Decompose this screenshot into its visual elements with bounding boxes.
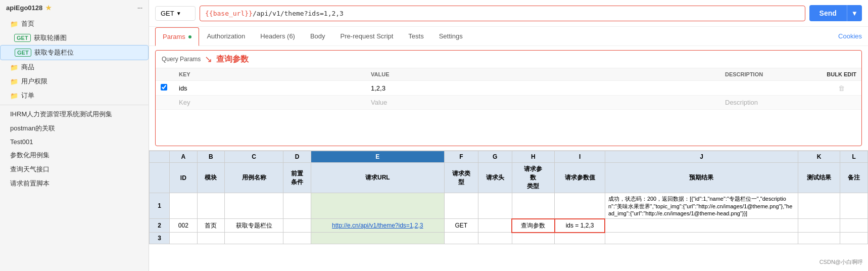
cell-3-B[interactable] bbox=[197, 233, 225, 244]
col-D[interactable]: D bbox=[283, 151, 311, 163]
sidebar-item-theme[interactable]: GET 获取专题栏位 bbox=[0, 45, 149, 60]
cell-3-I[interactable] bbox=[555, 233, 605, 244]
folder-icon: 📁 bbox=[10, 64, 18, 71]
placeholder-value[interactable]: Value bbox=[366, 96, 720, 109]
cell-1-G[interactable] bbox=[478, 193, 512, 219]
cell-2-L[interactable] bbox=[840, 219, 868, 233]
send-button[interactable]: Send bbox=[809, 5, 847, 21]
tab-prerequest[interactable]: Pre-request Script bbox=[333, 27, 401, 46]
col-I[interactable]: I bbox=[555, 151, 605, 163]
col-H[interactable]: H bbox=[512, 151, 555, 163]
sheet-table: A B C D E F G H I J K L bbox=[149, 151, 868, 244]
sidebar-item-prerequest[interactable]: 请求前置脚本 bbox=[0, 176, 149, 191]
sidebar-item-carousel[interactable]: GET 获取轮播图 bbox=[0, 31, 149, 45]
cell-1-H[interactable] bbox=[512, 193, 555, 219]
tab-settings[interactable]: Settings bbox=[431, 27, 470, 46]
cell-1-B[interactable] bbox=[197, 193, 225, 219]
more-button[interactable]: ··· bbox=[137, 5, 142, 12]
sidebar-item-permission[interactable]: 📁 用户权限 bbox=[0, 74, 149, 88]
col-L[interactable]: L bbox=[840, 151, 868, 163]
cell-3-J[interactable] bbox=[605, 233, 798, 244]
col-B[interactable]: B bbox=[197, 151, 225, 163]
cell-1-C[interactable] bbox=[225, 193, 283, 219]
header-note: 备注 bbox=[840, 163, 868, 193]
tab-settings-label: Settings bbox=[439, 32, 463, 40]
cell-1-E[interactable] bbox=[311, 193, 444, 219]
bulk-edit-button[interactable]: Bulk Edit bbox=[821, 68, 861, 80]
cell-2-G[interactable] bbox=[478, 219, 512, 233]
cell-3-F[interactable] bbox=[444, 233, 478, 244]
cell-3-G[interactable] bbox=[478, 233, 512, 244]
row-checkbox[interactable] bbox=[161, 84, 167, 91]
cell-3-K[interactable] bbox=[798, 233, 840, 244]
sidebar-item-goods[interactable]: 📁 商品 bbox=[0, 60, 149, 74]
method-select[interactable]: GET ▼ bbox=[155, 6, 196, 21]
col-F[interactable]: F bbox=[444, 151, 478, 163]
row-delete-cell[interactable]: 🗑 bbox=[821, 81, 861, 95]
cell-1-F[interactable] bbox=[444, 193, 478, 219]
col-J[interactable]: J bbox=[605, 151, 798, 163]
col-header-check bbox=[156, 68, 174, 80]
tab-params[interactable]: Params bbox=[155, 27, 199, 46]
row-desc-cell[interactable] bbox=[720, 85, 821, 91]
sidebar-item-postman[interactable]: postman的关联 bbox=[0, 121, 149, 136]
cell-2-I[interactable]: ids = 1,2,3 bbox=[555, 219, 605, 233]
cell-3-D[interactable] bbox=[283, 233, 311, 244]
row-checkbox-cell[interactable] bbox=[156, 81, 174, 95]
star-icon: ★ bbox=[45, 4, 52, 12]
cell-1-L[interactable] bbox=[840, 193, 868, 219]
cell-2-H[interactable]: 查询参数 bbox=[512, 219, 555, 233]
cookies-link[interactable]: Cookies bbox=[838, 32, 862, 40]
cell-1-A[interactable] bbox=[170, 193, 198, 219]
sidebar-item-ihrm[interactable]: IHRM人力资源管理系统测试用例集 bbox=[0, 107, 149, 121]
sidebar-item-order[interactable]: 📁 订单 bbox=[0, 88, 149, 103]
cell-2-J[interactable] bbox=[605, 219, 798, 233]
tab-headers[interactable]: Headers (6) bbox=[253, 27, 303, 46]
sidebar-item-weather[interactable]: 查询天气接口 bbox=[0, 162, 149, 176]
sidebar-item-home[interactable]: 📁 首页 bbox=[0, 17, 149, 31]
method-badge-get: GET bbox=[14, 34, 31, 42]
sidebar-item-label: 请求前置脚本 bbox=[10, 179, 50, 188]
url-link[interactable]: http://e.cn/api/v1/theme?ids=1,2,3 bbox=[332, 222, 423, 229]
folder-icon: 📁 bbox=[10, 78, 18, 85]
param-key-value: ids bbox=[179, 84, 187, 92]
tab-tests[interactable]: Tests bbox=[401, 27, 431, 46]
col-header-description: DESCRIPTION bbox=[720, 68, 821, 80]
cell-2-A[interactable]: 002 bbox=[170, 219, 198, 233]
sidebar-item-parameterized[interactable]: 参数化用例集 bbox=[0, 148, 149, 162]
query-params-label: Query Params bbox=[162, 56, 201, 63]
tab-authorization[interactable]: Authorization bbox=[199, 27, 253, 46]
send-dropdown-button[interactable]: ▼ bbox=[847, 5, 862, 21]
cell-3-C[interactable] bbox=[225, 233, 283, 244]
cell-2-D[interactable] bbox=[283, 219, 311, 233]
col-G[interactable]: G bbox=[478, 151, 512, 163]
cell-2-K[interactable] bbox=[798, 219, 840, 233]
cell-1-I[interactable] bbox=[555, 193, 605, 219]
cell-1-D[interactable] bbox=[283, 193, 311, 219]
cell-3-A[interactable] bbox=[170, 233, 198, 244]
sidebar-item-test001[interactable]: Test001 bbox=[0, 136, 149, 148]
cell-2-C[interactable]: 获取专题栏位 bbox=[225, 219, 283, 233]
placeholder-key[interactable]: Key bbox=[174, 96, 366, 109]
cell-1-K[interactable] bbox=[798, 193, 840, 219]
sidebar-item-label: 获取专题栏位 bbox=[34, 48, 74, 57]
row-num-3: 3 bbox=[150, 233, 170, 244]
col-A[interactable]: A bbox=[170, 151, 198, 163]
url-input[interactable]: {{base_url}}/api/v1/theme?ids=1,2,3 bbox=[200, 6, 805, 21]
tab-body[interactable]: Body bbox=[303, 27, 333, 46]
row-key-cell[interactable]: ids bbox=[174, 81, 366, 95]
cell-2-E[interactable]: http://e.cn/api/v1/theme?ids=1,2,3 bbox=[311, 219, 444, 233]
cell-2-F[interactable]: GET bbox=[444, 219, 478, 233]
cell-1-J[interactable]: 成功，状态码：200，返回数据：[{"id":1,"name":"专题栏位一",… bbox=[605, 193, 798, 219]
col-K[interactable]: K bbox=[798, 151, 840, 163]
col-C[interactable]: C bbox=[225, 151, 283, 163]
row-value-cell[interactable]: 1,2,3 bbox=[366, 81, 720, 95]
sidebar: apiEgo0128 ★ ··· 📁 首页 GET 获取轮播图 GET 获取专题… bbox=[0, 0, 149, 271]
cell-3-L[interactable] bbox=[840, 233, 868, 244]
placeholder-desc[interactable]: Description bbox=[720, 96, 821, 109]
cell-2-B[interactable]: 首页 bbox=[197, 219, 225, 233]
cell-3-H[interactable] bbox=[512, 233, 555, 244]
col-E[interactable]: E bbox=[311, 151, 444, 163]
sidebar-item-label: 参数化用例集 bbox=[10, 151, 50, 160]
cell-3-E[interactable] bbox=[311, 233, 444, 244]
